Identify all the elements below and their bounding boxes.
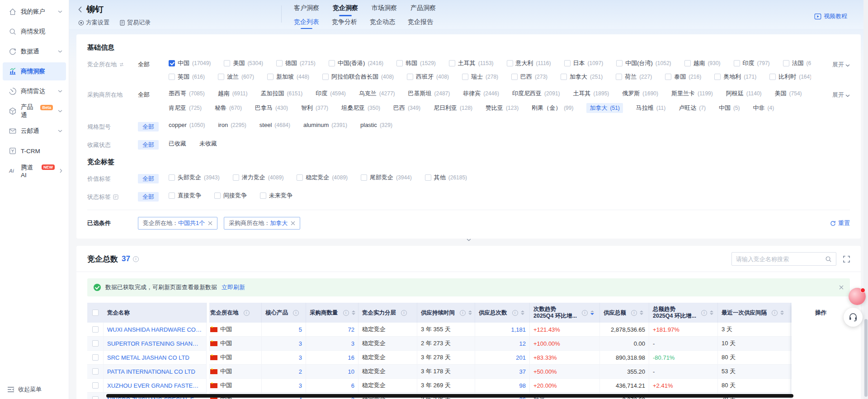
checkbox[interactable]	[297, 174, 303, 181]
filter-option[interactable]: 韩国(1529)	[396, 59, 436, 67]
filter-option[interactable]: 美国(5304)	[224, 59, 263, 67]
checkbox[interactable]	[449, 60, 455, 66]
filter-option[interactable]: 英国(616)	[169, 73, 205, 81]
filter-option[interactable]: 中非(4)	[753, 104, 774, 112]
filter-option[interactable]: 意大利(1116)	[507, 59, 551, 67]
filter-option[interactable]: 荷兰(227)	[616, 73, 652, 81]
sidebar-item-market-radar[interactable]: 商情雷达	[3, 82, 66, 100]
checkbox[interactable]	[361, 174, 367, 181]
checkbox[interactable]	[169, 174, 175, 181]
refresh-now-link[interactable]: 立即刷新	[222, 283, 245, 291]
filter-option[interactable]: 卢旺达(7)	[679, 104, 706, 112]
checkbox[interactable]	[169, 192, 175, 199]
checkbox[interactable]	[214, 192, 221, 199]
row-checkbox[interactable]	[92, 382, 99, 389]
back-icon[interactable]	[78, 6, 82, 13]
sub-tab[interactable]: 竞企动态	[370, 18, 395, 29]
sub-tab[interactable]: 竞企列表	[294, 18, 319, 29]
sidebar-item-product-link[interactable]: 产品通Beta	[3, 102, 66, 120]
supply-times-value[interactable]: 12	[519, 340, 526, 347]
filter-option[interactable]: 阿根廷(1140)	[726, 89, 762, 98]
filter-option[interactable]: 肯尼亚(725)	[169, 104, 202, 112]
filter-option[interactable]: 尾部竞企(3944)	[361, 174, 412, 182]
filter-option[interactable]: 越南(930)	[684, 59, 721, 67]
filter-option[interactable]: copper(1050)	[169, 122, 205, 128]
tool-doc[interactable]: 贸易记录	[119, 19, 151, 27]
sidebar-item-market-insight[interactable]: 商情洞察	[3, 62, 66, 80]
company-name-link[interactable]: WUXI ANSHIDA HARDWARE CO LTD	[107, 326, 203, 333]
customer-service-button[interactable]	[844, 308, 863, 327]
filter-option[interactable]: 奥地利(171)	[714, 73, 756, 81]
checkbox[interactable]	[734, 60, 740, 66]
all-option[interactable]: 全部	[138, 122, 159, 131]
remove-tag-icon[interactable]	[291, 221, 295, 225]
info-icon[interactable]	[772, 310, 778, 316]
search-icon[interactable]	[825, 256, 832, 263]
reset-button[interactable]: 重置	[830, 219, 850, 227]
core-products-value[interactable]: 3	[299, 340, 302, 347]
filter-option[interactable]: 中国(17049)	[169, 59, 211, 67]
core-products-value[interactable]: 2	[299, 368, 302, 375]
sidebar-item-t-crm[interactable]: T-CRM	[3, 142, 66, 160]
filter-option[interactable]: 德国(2715)	[276, 59, 316, 67]
filter-option[interactable]: 中国(台湾)(1052)	[616, 59, 671, 67]
filter-collapse-chevron[interactable]	[467, 239, 471, 241]
filter-option[interactable]: 巴西(349)	[393, 104, 420, 112]
filter-option[interactable]: aluminum(2391)	[303, 122, 347, 128]
checkbox[interactable]	[169, 60, 175, 66]
filter-option[interactable]: 越南(6911)	[218, 89, 248, 98]
core-products-value[interactable]: 5	[299, 326, 302, 333]
checkbox[interactable]	[507, 60, 513, 66]
checkbox[interactable]	[462, 74, 468, 80]
row-checkbox[interactable]	[92, 340, 99, 347]
header-tab[interactable]: 市场洞察	[372, 4, 397, 16]
checkbox[interactable]	[224, 60, 230, 66]
sidebar-item-my-account[interactable]: 我的账户	[3, 3, 66, 21]
filter-option[interactable]: 加拿大(51)	[586, 103, 623, 113]
info-icon[interactable]	[293, 310, 299, 316]
filter-option[interactable]: plastic(329)	[360, 122, 392, 128]
filter-option[interactable]: 土耳其(1153)	[449, 59, 494, 67]
filter-option[interactable]: 印度尼西亚(2091)	[512, 89, 560, 98]
checkbox[interactable]	[276, 60, 283, 66]
filter-option[interactable]: iron(2295)	[218, 122, 246, 128]
checkbox[interactable]	[769, 74, 776, 80]
filter-option[interactable]: 加拿大(251)	[561, 73, 603, 81]
sort-icon[interactable]	[780, 310, 784, 315]
company-name-link[interactable]: PATTA INTERNATIONAL CO LTD	[107, 368, 195, 375]
filter-option[interactable]: 坦桑尼亚(350)	[341, 104, 380, 112]
checkbox[interactable]	[564, 60, 571, 66]
collapse-menu-button[interactable]: 收起菜单	[0, 380, 69, 399]
filter-option[interactable]: 中国(5)	[719, 104, 740, 112]
sort-icon[interactable]	[710, 310, 713, 315]
header-tab[interactable]: 产品洞察	[410, 4, 436, 16]
tool-target[interactable]: 方案设置	[78, 19, 109, 27]
core-products-value[interactable]: 3	[299, 354, 302, 361]
checkbox[interactable]	[260, 192, 266, 199]
filter-option[interactable]: 中国(香港)(2416)	[329, 59, 383, 67]
filter-option[interactable]: 秘鲁(670)	[215, 104, 242, 112]
filter-option[interactable]: 菲律宾(2446)	[463, 89, 499, 98]
checkbox[interactable]	[616, 60, 623, 66]
buyer-count-value[interactable]: 72	[348, 326, 354, 333]
filter-option[interactable]: 尼日利亚(128)	[434, 104, 472, 112]
filter-option[interactable]: 斯里兰卡(1199)	[671, 89, 713, 98]
info-icon[interactable]	[244, 310, 250, 316]
buyer-count-value[interactable]: 3	[351, 340, 354, 347]
row-checkbox[interactable]	[92, 368, 99, 375]
fullscreen-icon[interactable]	[843, 256, 850, 263]
filter-option[interactable]: 巴拿马(430)	[255, 104, 288, 112]
buyer-count-value[interactable]: 6	[351, 382, 354, 389]
filter-option[interactable]: 日本(1097)	[564, 59, 604, 67]
filter-option[interactable]: 已收藏	[169, 140, 186, 148]
checkbox[interactable]	[396, 60, 403, 66]
search-input[interactable]	[736, 256, 825, 263]
filter-option[interactable]: 西班牙(408)	[407, 73, 449, 81]
filter-option[interactable]: 潜力竞企(4089)	[233, 174, 284, 182]
filter-option[interactable]: 瑞士(278)	[462, 73, 498, 81]
checkbox[interactable]	[407, 74, 413, 80]
sidebar-item-data-link[interactable]: 数据通	[3, 42, 66, 61]
filter-option[interactable]: 巴西(273)	[511, 73, 547, 81]
filter-option[interactable]: 刚果（金）(99)	[532, 104, 573, 112]
row-checkbox[interactable]	[92, 326, 99, 333]
